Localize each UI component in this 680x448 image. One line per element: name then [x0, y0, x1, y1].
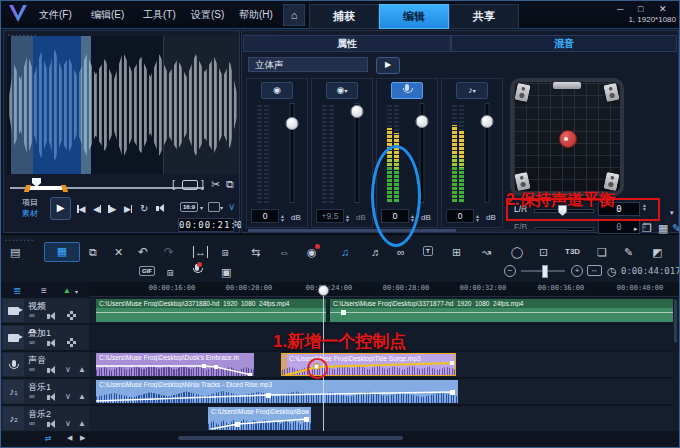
- screen-recorder-icon[interactable]: ◉: [307, 246, 317, 259]
- menu-file[interactable]: 文件(F): [39, 8, 72, 22]
- menu-help[interactable]: 帮助(H): [239, 8, 273, 22]
- more-chevron-icon[interactable]: ∨: [228, 201, 235, 212]
- snapshot-icon[interactable]: ▣: [221, 266, 231, 279]
- timecode-spinner[interactable]: ▲▼: [233, 219, 238, 227]
- playhead-knob[interactable]: [318, 285, 329, 296]
- expand-track-icon[interactable]: ⇆: [251, 246, 260, 259]
- voice-over-icon[interactable]: [195, 264, 199, 276]
- gain-spinner[interactable]: ▲▼: [475, 214, 480, 222]
- color-grading-icon[interactable]: ◩: [652, 246, 662, 259]
- trim-region-icon[interactable]: [182, 180, 198, 190]
- gain-value[interactable]: 0: [251, 209, 279, 223]
- preview-timecode[interactable]: 00:00:21:06: [178, 218, 234, 232]
- library-folder-icon[interactable]: ❐: [642, 223, 652, 234]
- expand-arrow-icon[interactable]: ▸: [634, 225, 638, 232]
- home-icon[interactable]: ⌂: [283, 4, 305, 26]
- mixer-play-button[interactable]: ▶: [376, 57, 400, 74]
- zoom-slider-thumb[interactable]: [542, 265, 548, 278]
- tab-mixer[interactable]: 混音: [451, 35, 677, 52]
- track-video[interactable]: C:\Users\Muse Frog\Desktop\3371880-hd_19…: [89, 298, 679, 323]
- audio-clip-music-1[interactable]: C:\Users\Muse Frog\Desktop\Ninja Tracks …: [96, 380, 458, 403]
- voice-track-icon[interactable]: [391, 82, 423, 99]
- redo-icon[interactable]: ↷: [164, 245, 174, 259]
- overlay-options-icon[interactable]: [208, 202, 220, 212]
- waveform-toggle-icon[interactable]: ∨: [65, 392, 71, 401]
- menu-edit[interactable]: 编辑(E): [91, 8, 124, 22]
- waveform-toggle-icon[interactable]: ∨: [65, 365, 71, 374]
- mute-icon[interactable]: [47, 339, 55, 347]
- project-mode-label[interactable]: 项目: [22, 197, 38, 208]
- grid-view-icon[interactable]: ▦: [658, 223, 668, 234]
- tab-share[interactable]: 共享: [449, 4, 519, 29]
- face-effects-icon[interactable]: ⊡: [539, 246, 548, 259]
- overlay-dropdown-icon[interactable]: ▾: [220, 205, 223, 211]
- pan-puck[interactable]: [559, 130, 577, 148]
- track-manager-icon[interactable]: ≣: [13, 285, 21, 296]
- scroll-mode-icon[interactable]: ⇄: [45, 434, 52, 443]
- add-track-dropdown-icon[interactable]: ▾: [75, 288, 78, 295]
- mute-icon[interactable]: [47, 393, 55, 401]
- music-track-icon[interactable]: ♪▾: [456, 82, 488, 99]
- track-header-overlay[interactable]: 叠加1 ∞: [1, 325, 89, 350]
- gain-spinner[interactable]: ▲▼: [280, 214, 285, 222]
- preview-waveform[interactable]: [7, 36, 239, 174]
- ducking-icon[interactable]: ▲: [78, 392, 86, 401]
- duration-clock-icon[interactable]: ◷: [607, 265, 617, 278]
- gain-value[interactable]: 0: [446, 209, 474, 223]
- track-music2[interactable]: C:\Users\Muse Frog\Desktop\Bow: [89, 406, 679, 431]
- motion-tracking-icon[interactable]: ↝: [482, 246, 491, 259]
- volume-slider[interactable]: [285, 103, 299, 203]
- tab-capture[interactable]: 捕获: [309, 4, 379, 29]
- speed-icon[interactable]: ∞: [397, 246, 405, 258]
- undo-icon[interactable]: ↶: [138, 245, 148, 259]
- edit-pen-icon[interactable]: ✎: [672, 223, 680, 234]
- storyboard-view-icon[interactable]: ▤: [10, 246, 20, 259]
- track-scrollbar-thumb[interactable]: [674, 300, 677, 342]
- track-voice[interactable]: C:\Users\Muse Frog\Desktop\Dusk's Embrac…: [89, 352, 679, 377]
- volume-slider[interactable]: [480, 103, 494, 203]
- sound-mixer-icon[interactable]: ♫: [341, 246, 349, 258]
- track-scrollbar[interactable]: [673, 298, 678, 431]
- track-header-video[interactable]: 视频 ∞: [1, 298, 89, 323]
- scroll-left-icon[interactable]: ◀: [67, 434, 72, 442]
- tab-edit[interactable]: 编辑: [379, 4, 449, 29]
- volume-envelope[interactable]: [208, 407, 311, 430]
- shrink-track-icon[interactable]: ⇔: [279, 246, 290, 258]
- link-icon[interactable]: ∞: [29, 338, 35, 347]
- copy-icon[interactable]: ⧉: [89, 246, 97, 259]
- add-track-icon[interactable]: ▲: [63, 286, 71, 295]
- tools-icon[interactable]: ✕: [114, 246, 123, 259]
- transparency-icon[interactable]: [67, 311, 76, 322]
- gain-value[interactable]: +9.5: [316, 209, 344, 223]
- link-icon[interactable]: ∞: [29, 392, 35, 401]
- preview-window-icon[interactable]: ⧈: [222, 246, 229, 259]
- mute-icon[interactable]: [47, 420, 55, 428]
- fit-project-icon[interactable]: ↔: [193, 246, 208, 258]
- play-button[interactable]: ▶: [50, 197, 71, 220]
- split-clip-icon[interactable]: ✂: [211, 179, 220, 190]
- timeline-view-icon[interactable]: ▦: [44, 242, 80, 262]
- audio-clip-voice-1[interactable]: C:\Users\Muse Frog\Desktop\Dusk's Embrac…: [96, 353, 254, 376]
- tab-attributes[interactable]: 属性: [243, 35, 451, 52]
- envelope-point[interactable]: [341, 310, 346, 315]
- ducking-icon[interactable]: ▲: [78, 419, 86, 428]
- mute-icon[interactable]: [47, 366, 55, 374]
- split-screen-icon[interactable]: ⊞: [452, 246, 461, 259]
- track-header-music2[interactable]: ♪2 音乐2 ∞ ∨ ▲: [1, 406, 89, 431]
- zoom-out-icon[interactable]: −: [504, 265, 516, 277]
- track-music1[interactable]: C:\Users\Muse Frog\Desktop\Ninja Tracks …: [89, 379, 679, 404]
- video-clip-2[interactable]: C:\Users\Muse Frog\Desktop\3371877-hd_19…: [330, 299, 679, 322]
- auto-music-icon[interactable]: ♬: [371, 246, 382, 258]
- track-header-music1[interactable]: ♪1 音乐1 ∞ ∨ ▲: [1, 379, 89, 404]
- transparency-icon[interactable]: [67, 338, 76, 349]
- mark-out-icon[interactable]: ]: [201, 179, 204, 190]
- repeat-icon[interactable]: ↻: [140, 203, 148, 214]
- menu-settings[interactable]: 设置(S): [191, 8, 224, 22]
- subtitle-editor-icon[interactable]: T: [423, 246, 433, 256]
- link-icon[interactable]: ∞: [29, 311, 35, 320]
- clip-mode-label[interactable]: 素材: [22, 208, 38, 219]
- end-frame-icon[interactable]: ▶: [124, 204, 132, 214]
- timeline-ruler[interactable]: 00:00:16:00 00:00:20:00 00:00:24:00 00:0…: [89, 282, 679, 297]
- ducking-icon[interactable]: ▲: [78, 365, 86, 374]
- mark-in-icon[interactable]: [: [172, 179, 175, 190]
